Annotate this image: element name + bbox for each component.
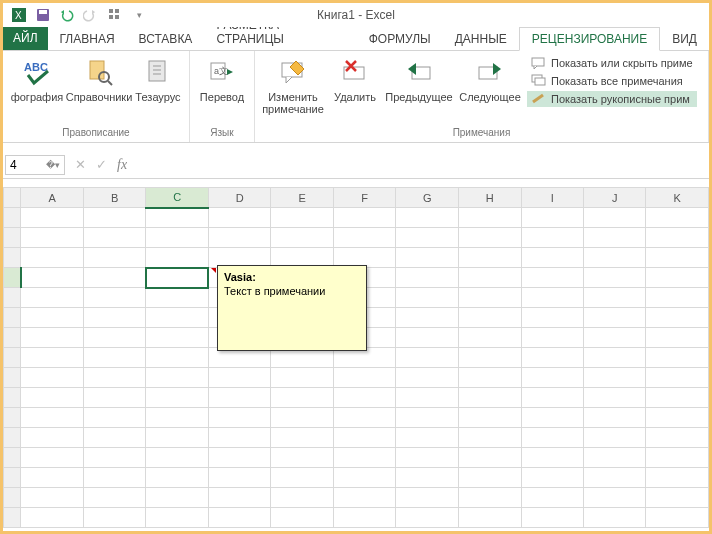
cell-C4[interactable] [146,268,209,288]
cell-C16[interactable] [146,508,209,528]
cell-B10[interactable] [83,388,146,408]
row-header-10[interactable] [4,388,21,408]
row-header-14[interactable] [4,468,21,488]
cell-E2[interactable] [271,228,334,248]
cell-A16[interactable] [21,508,84,528]
cell-B2[interactable] [83,228,146,248]
cell-A3[interactable] [21,248,84,268]
translate-button[interactable]: a文 Перевод [194,53,250,105]
thesaurus-button[interactable]: Тезаурус [131,53,185,105]
cell-H13[interactable] [459,448,522,468]
cell-A13[interactable] [21,448,84,468]
cancel-icon[interactable]: ✕ [75,157,86,173]
cell-I12[interactable] [521,428,583,448]
show-hide-comment-button[interactable]: Показать или скрыть приме [527,55,697,71]
enter-icon[interactable]: ✓ [96,157,107,173]
prev-comment-button[interactable]: Предыдущее [383,53,455,105]
cell-K13[interactable] [646,448,709,468]
cell-I5[interactable] [521,288,583,308]
cell-I16[interactable] [521,508,583,528]
show-ink-button[interactable]: Показать рукописные прим [527,91,697,107]
cell-D13[interactable] [208,448,271,468]
cell-E10[interactable] [271,388,334,408]
show-all-comments-button[interactable]: Показать все примечания [527,73,697,89]
cell-E13[interactable] [271,448,334,468]
cell-I13[interactable] [521,448,583,468]
cell-D15[interactable] [208,488,271,508]
comment-box[interactable]: Vasia: Текст в примечании [217,265,367,351]
tab-formulas[interactable]: ФОРМУЛЫ [357,28,443,50]
formula-input[interactable] [137,155,709,175]
cell-G7[interactable] [396,328,459,348]
cell-C3[interactable] [146,248,209,268]
cell-F15[interactable] [333,488,396,508]
cell-J1[interactable] [583,208,645,228]
row-header-1[interactable] [4,208,21,228]
cell-H8[interactable] [459,348,522,368]
cell-A12[interactable] [21,428,84,448]
cell-B9[interactable] [83,368,146,388]
cell-A10[interactable] [21,388,84,408]
col-header-C[interactable]: C [146,188,209,208]
cell-C12[interactable] [146,428,209,448]
qat-dropdown-icon[interactable]: ▾ [129,5,149,25]
cell-J14[interactable] [583,468,645,488]
cell-F13[interactable] [333,448,396,468]
tab-insert[interactable]: ВСТАВКА [127,28,205,50]
cell-I11[interactable] [521,408,583,428]
cell-J5[interactable] [583,288,645,308]
delete-comment-button[interactable]: Удалить [329,53,381,105]
cell-J7[interactable] [583,328,645,348]
cell-A5[interactable] [21,288,84,308]
cell-H4[interactable] [459,268,522,288]
row-header-2[interactable] [4,228,21,248]
cell-H12[interactable] [459,428,522,448]
cell-E9[interactable] [271,368,334,388]
cell-F2[interactable] [333,228,396,248]
row-header-15[interactable] [4,488,21,508]
cell-G4[interactable] [396,268,459,288]
cell-K7[interactable] [646,328,709,348]
cell-B1[interactable] [83,208,146,228]
cell-B16[interactable] [83,508,146,528]
row-header-16[interactable] [4,508,21,528]
cell-G9[interactable] [396,368,459,388]
col-header-H[interactable]: H [459,188,522,208]
cell-A8[interactable] [21,348,84,368]
cell-G5[interactable] [396,288,459,308]
cell-I2[interactable] [521,228,583,248]
cell-A1[interactable] [21,208,84,228]
cell-J6[interactable] [583,308,645,328]
cell-D16[interactable] [208,508,271,528]
cell-K1[interactable] [646,208,709,228]
col-header-K[interactable]: K [646,188,709,208]
cell-F9[interactable] [333,368,396,388]
cell-C15[interactable] [146,488,209,508]
cell-C2[interactable] [146,228,209,248]
cell-B14[interactable] [83,468,146,488]
cell-G8[interactable] [396,348,459,368]
col-header-J[interactable]: J [583,188,645,208]
cell-J2[interactable] [583,228,645,248]
cell-G6[interactable] [396,308,459,328]
row-header-4[interactable] [4,268,21,288]
cell-I14[interactable] [521,468,583,488]
cell-D2[interactable] [208,228,271,248]
col-header-A[interactable]: A [21,188,84,208]
cell-C5[interactable] [146,288,209,308]
row-header-11[interactable] [4,408,21,428]
cell-I1[interactable] [521,208,583,228]
row-header-6[interactable] [4,308,21,328]
redo-icon[interactable] [81,5,101,25]
cell-G3[interactable] [396,248,459,268]
cell-J9[interactable] [583,368,645,388]
cell-C1[interactable] [146,208,209,228]
cell-J4[interactable] [583,268,645,288]
cell-K3[interactable] [646,248,709,268]
cell-F12[interactable] [333,428,396,448]
undo-icon[interactable] [57,5,77,25]
cell-G14[interactable] [396,468,459,488]
spelling-button[interactable]: ABC фография [7,53,67,105]
cell-I8[interactable] [521,348,583,368]
tab-home[interactable]: ГЛАВНАЯ [48,28,127,50]
